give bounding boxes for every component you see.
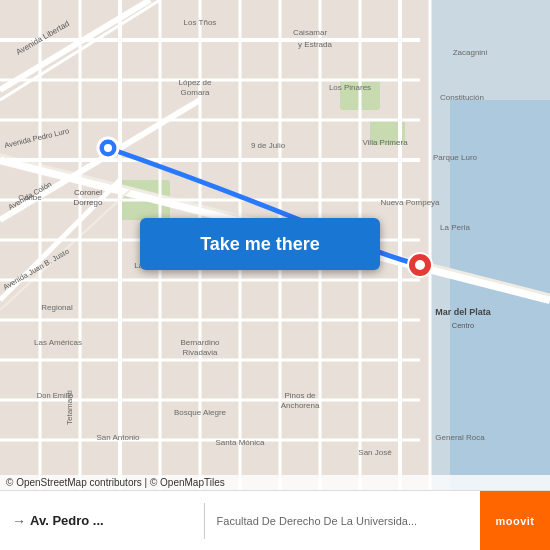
svg-text:Caisamar: Caisamar xyxy=(293,28,328,37)
from-value: Av. Pedro ... xyxy=(30,513,104,528)
from-arrow-icon: → xyxy=(12,513,26,529)
attribution-text: © OpenStreetMap contributors | © OpenMap… xyxy=(6,477,225,488)
svg-text:La Perla: La Perla xyxy=(440,223,470,232)
svg-text:y Estrada: y Estrada xyxy=(298,40,332,49)
svg-text:López de: López de xyxy=(179,78,212,87)
svg-text:Santa Mónica: Santa Mónica xyxy=(216,438,265,447)
take-me-there-button[interactable]: Take me there xyxy=(140,218,380,270)
svg-text:Parque Luro: Parque Luro xyxy=(433,153,478,162)
svg-text:Anchorena: Anchorena xyxy=(281,401,320,410)
to-value: Facultad De Derecho De La Universida... xyxy=(217,515,468,527)
svg-point-36 xyxy=(104,144,112,152)
to-section: Facultad De Derecho De La Universida... xyxy=(205,515,480,527)
svg-text:General Roca: General Roca xyxy=(435,433,485,442)
svg-text:Nueva Pompeya: Nueva Pompeya xyxy=(380,198,440,207)
map-container: Avenida Libertad Avenida Pedro Luro Aven… xyxy=(0,0,550,490)
svg-text:Los Tños: Los Tños xyxy=(184,18,217,27)
svg-text:Centro: Centro xyxy=(452,321,475,330)
svg-text:Tetamanti: Tetamanti xyxy=(65,390,74,425)
svg-point-38 xyxy=(415,260,425,270)
svg-text:Regional: Regional xyxy=(41,303,73,312)
bottom-bar: → Av. Pedro ... Facultad De Derecho De L… xyxy=(0,490,550,550)
svg-text:Rivadavia: Rivadavia xyxy=(182,348,218,357)
svg-text:Gomara: Gomara xyxy=(181,88,210,97)
svg-text:San José: San José xyxy=(358,448,392,457)
svg-text:Zacagnini: Zacagnini xyxy=(453,48,488,57)
moovit-label: moovit xyxy=(495,515,534,527)
svg-text:Coronel: Coronel xyxy=(74,188,102,197)
svg-text:9 de Julio: 9 de Julio xyxy=(251,141,286,150)
svg-text:Mar del Plata: Mar del Plata xyxy=(435,307,492,317)
svg-text:Dorrego: Dorrego xyxy=(74,198,103,207)
svg-text:San Antonio: San Antonio xyxy=(96,433,140,442)
svg-text:Villa Primera: Villa Primera xyxy=(362,138,408,147)
svg-text:Las Américas: Las Américas xyxy=(34,338,82,347)
svg-text:Bosque Alegre: Bosque Alegre xyxy=(174,408,227,417)
svg-text:Constitución: Constitución xyxy=(440,93,484,102)
map-attribution: © OpenStreetMap contributors | © OpenMap… xyxy=(0,475,550,490)
svg-text:Bernardino: Bernardino xyxy=(180,338,220,347)
moovit-logo: moovit xyxy=(480,491,550,551)
svg-text:Los Pinares: Los Pinares xyxy=(329,83,371,92)
svg-text:Pinos de: Pinos de xyxy=(284,391,316,400)
svg-text:Caribe: Caribe xyxy=(18,193,42,202)
from-section: → Av. Pedro ... xyxy=(0,513,204,529)
